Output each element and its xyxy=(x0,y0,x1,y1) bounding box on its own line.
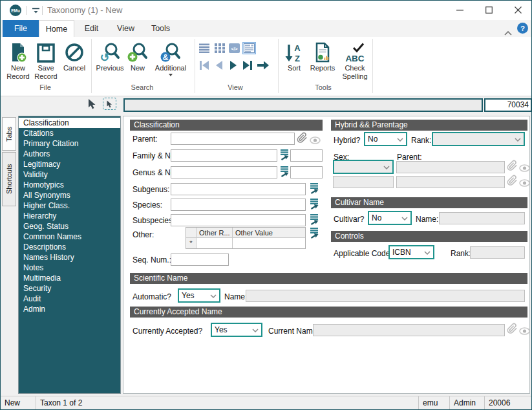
sidebar-item-descriptions[interactable]: Descriptions xyxy=(19,242,120,252)
sidebar-item-audit[interactable]: Audit xyxy=(19,294,120,304)
attach-icon[interactable] xyxy=(507,160,518,174)
vertical-tab-shortcuts[interactable]: Shortcuts xyxy=(2,152,16,206)
sidebar-item-classification[interactable]: Classification xyxy=(19,118,120,128)
hybrid-rank-dropdown[interactable] xyxy=(432,132,525,146)
parent-input[interactable] xyxy=(171,133,295,145)
current-name-input[interactable] xyxy=(313,324,505,336)
sidebar-item-admin[interactable]: Admin xyxy=(19,304,120,314)
cultivar-name-input[interactable] xyxy=(439,212,525,224)
sidebar-item-homotypics[interactable]: Homotypics xyxy=(19,180,120,190)
nav-goto-icon[interactable] xyxy=(257,60,270,73)
sidebar-item-primary-citation[interactable]: Primary Citation xyxy=(19,138,120,149)
genus-number-input[interactable] xyxy=(290,166,323,178)
sidebar-item-higher-class[interactable]: Higher Class. xyxy=(19,200,120,211)
other-grid-new-row[interactable]: * xyxy=(186,238,305,248)
list-view-icon[interactable] xyxy=(198,43,211,54)
sort-button[interactable]: A Z Sort xyxy=(282,39,306,72)
minimize-button[interactable] xyxy=(449,1,471,19)
sidebar-item-validity[interactable]: Validity xyxy=(19,169,120,180)
sidebar-item-security[interactable]: Security xyxy=(19,283,120,294)
attach-icon[interactable] xyxy=(507,175,518,189)
subgenus-input[interactable] xyxy=(171,183,306,195)
sidebar-item-citations[interactable]: Citations xyxy=(19,128,120,138)
code-view-icon[interactable]: </> xyxy=(228,43,240,54)
scientific-name-input[interactable] xyxy=(246,290,525,302)
nav-last-icon[interactable] xyxy=(241,60,254,73)
lookup-list-icon[interactable] xyxy=(309,182,319,197)
sidebar-item-common-names[interactable]: Common Names xyxy=(19,232,120,242)
select-region-icon[interactable] xyxy=(103,98,116,110)
save-record-button[interactable]: Save Record xyxy=(32,39,60,81)
maximize-button[interactable] xyxy=(478,1,500,19)
eye-icon[interactable] xyxy=(519,163,530,175)
nav-first-icon[interactable] xyxy=(198,60,211,73)
chevron-down-icon xyxy=(401,213,408,222)
eye-icon[interactable] xyxy=(519,178,530,189)
emu-logo-icon: EMu xyxy=(10,5,21,16)
new-row-marker: * xyxy=(186,238,197,248)
lookup-list-icon[interactable] xyxy=(309,213,319,228)
previous-search-label: Previous xyxy=(96,64,124,72)
other-grid[interactable]: Other R... Other Value * xyxy=(186,227,306,249)
eye-icon[interactable] xyxy=(310,135,321,147)
species-input[interactable] xyxy=(171,199,306,211)
sidebar-item-all-synonyms[interactable]: All Synonyms xyxy=(19,190,120,200)
applicable-code-dropdown[interactable]: ICBN xyxy=(388,245,434,259)
subspecies-input[interactable] xyxy=(171,214,306,226)
eye-icon[interactable] xyxy=(519,326,530,338)
seq-num-input[interactable] xyxy=(171,254,229,266)
new-record-button[interactable]: New Record xyxy=(5,39,32,81)
close-button[interactable] xyxy=(507,1,529,19)
cancel-button[interactable]: Cancel xyxy=(60,39,89,72)
previous-search-button[interactable]: ↺ Previous xyxy=(94,39,125,72)
parent1-input[interactable] xyxy=(396,161,505,173)
currently-accepted-dropdown[interactable]: Yes xyxy=(211,323,262,337)
group-separator xyxy=(91,39,92,93)
lookup-list-icon[interactable] xyxy=(279,166,289,180)
other-value-cell[interactable] xyxy=(233,238,305,248)
select-pointer-icon[interactable] xyxy=(87,98,97,112)
sidebar-item-hierarchy[interactable]: Hierarchy xyxy=(19,211,120,221)
tab-home[interactable]: Home xyxy=(39,20,74,37)
nav-next-icon[interactable] xyxy=(227,60,240,73)
sex-dropdown[interactable] xyxy=(333,160,394,174)
attach-icon[interactable] xyxy=(297,132,308,146)
sidebar-item-legitimacy[interactable]: Legitimacy xyxy=(19,159,120,169)
tab-edit[interactable]: Edit xyxy=(74,20,109,37)
details-view-icon[interactable] xyxy=(243,43,255,54)
sidebar-item-notes[interactable]: Notes xyxy=(19,263,120,273)
sidebar-item-names-history[interactable]: Names History xyxy=(19,252,120,263)
record-number-field[interactable]: 70034 xyxy=(484,98,532,112)
sidebar-item-multimedia[interactable]: Multimedia xyxy=(19,273,120,283)
check-spelling-button[interactable]: ABC Check Spelling xyxy=(339,39,370,81)
quick-access-toolbar-icon[interactable] xyxy=(32,6,40,17)
new-search-button[interactable]: New xyxy=(126,39,149,72)
cultivar-dropdown[interactable]: No xyxy=(368,211,412,225)
genus-input[interactable] xyxy=(171,166,277,178)
vertical-tab-tabs[interactable]: Tabs xyxy=(2,117,16,151)
lookup-list-icon[interactable] xyxy=(279,149,289,163)
family-input[interactable] xyxy=(171,149,277,162)
sidebar-item-authors[interactable]: Authors xyxy=(19,149,120,159)
lookup-list-icon[interactable] xyxy=(309,198,319,212)
attach-icon[interactable] xyxy=(507,323,518,337)
tab-tools[interactable]: Tools xyxy=(143,20,178,37)
sex2-input[interactable] xyxy=(333,176,394,188)
help-icon[interactable]: ? xyxy=(517,23,528,34)
family-number-input[interactable] xyxy=(290,149,323,162)
parent2-input[interactable] xyxy=(396,176,505,188)
tab-view[interactable]: View xyxy=(109,20,143,37)
sidebar-item-geog-status[interactable]: Geog. Status xyxy=(19,221,120,232)
tab-file[interactable]: File xyxy=(3,20,39,37)
reports-button[interactable]: Reports xyxy=(306,39,339,72)
lookup-list-icon[interactable] xyxy=(309,227,319,241)
status-role: Admin xyxy=(450,396,485,409)
other-rank-cell[interactable] xyxy=(197,238,233,248)
hybrid-dropdown[interactable]: No xyxy=(364,132,407,146)
controls-rank-input[interactable] xyxy=(470,246,525,259)
record-summary-field[interactable] xyxy=(123,98,483,112)
grid-view-icon[interactable] xyxy=(213,43,226,54)
nav-previous-icon[interactable] xyxy=(213,60,226,73)
automatic-dropdown[interactable]: Yes xyxy=(178,288,220,303)
additional-search-button[interactable]: & Additional xyxy=(151,39,191,76)
